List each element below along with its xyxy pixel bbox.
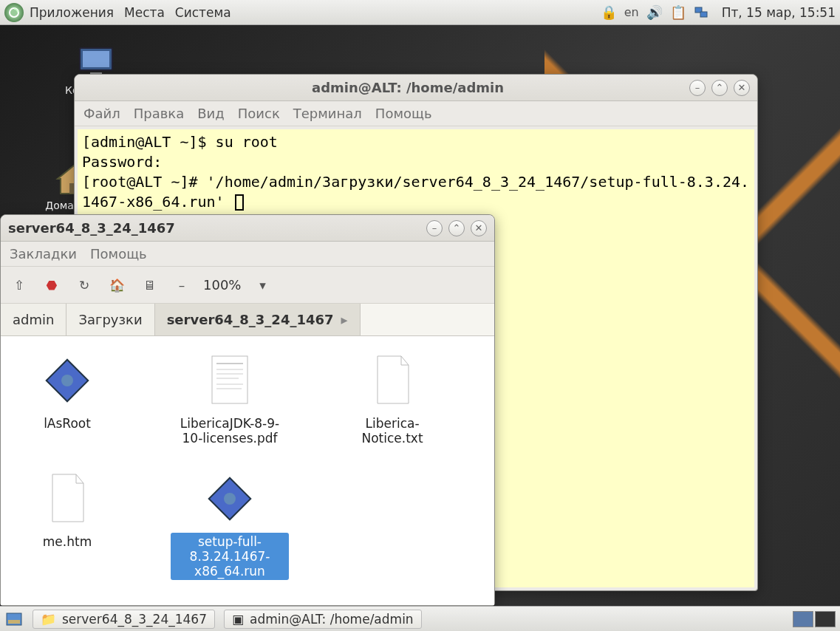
terminal-icon: ▣: [232, 612, 244, 627]
task-label: admin@ALT: /home/admin: [250, 612, 414, 627]
file-name: lAsRoot: [41, 415, 94, 432]
file-manager-body[interactable]: lAsRootLibericaJDK-8-9-10-licenses.pdfLi…: [1, 336, 494, 605]
minimize-button[interactable]: –: [689, 80, 706, 96]
zoom-out-icon[interactable]: –: [171, 274, 193, 296]
terminal-menu-terminal[interactable]: Терминал: [293, 106, 362, 121]
terminal-menubar: Файл Правка Вид Поиск Терминал Помощь: [75, 101, 757, 126]
computer-icon[interactable]: 🖥: [138, 274, 160, 296]
panel-menu-places[interactable]: Места: [124, 5, 165, 20]
file-manager-menubar: Закладки Помощь: [1, 242, 494, 267]
terminal-cursor-icon: [235, 194, 244, 211]
terminal-content: [admin@ALT ~]$ su root Password: [root@A…: [82, 133, 749, 211]
top-panel: Приложения Места Система 🔒 en 🔊 📋 Пт, 15…: [0, 0, 840, 25]
file-icon: [204, 351, 256, 410]
file-manager-title: server64_8_3_24_1467: [8, 220, 426, 236]
bottom-panel: 📁 server64_8_3_24_1467 ▣ admin@ALT: /hom…: [0, 606, 840, 631]
zoom-dropdown-icon[interactable]: ▾: [251, 274, 273, 296]
path-bar: admin Загрузки server64_8_3_24_1467: [1, 304, 494, 336]
system-tray: 🔒 en 🔊 📋 Пт, 15 мар, 15:51: [601, 4, 836, 21]
up-icon[interactable]: ⇧: [8, 274, 30, 296]
svg-rect-4: [83, 51, 109, 67]
file-item[interactable]: lAsRoot: [8, 351, 126, 447]
file-name: setup-full-8.3.24.1467-x86_64.run: [171, 533, 289, 580]
file-name: Liberica-Notice.txt: [333, 415, 451, 447]
show-desktop-icon[interactable]: [4, 610, 24, 629]
terminal-titlebar[interactable]: admin@ALT: /home/admin – ⌃ ✕: [75, 75, 757, 101]
file-name: LibericaJDK-8-9-10-licenses.pdf: [171, 415, 289, 447]
terminal-menu-search[interactable]: Поиск: [238, 106, 280, 121]
close-button[interactable]: ✕: [734, 80, 750, 96]
reload-icon[interactable]: ↻: [73, 274, 95, 296]
network-icon[interactable]: [694, 4, 710, 21]
home-icon[interactable]: 🏠: [106, 274, 128, 296]
file-icon: [366, 351, 418, 410]
maximize-button[interactable]: ⌃: [711, 80, 728, 96]
breadcrumb-current[interactable]: server64_8_3_24_1467: [155, 304, 361, 335]
clock[interactable]: Пт, 15 мар, 15:51: [722, 5, 836, 20]
zoom-level: 100%: [203, 277, 241, 293]
terminal-title: admin@ALT: /home/admin: [126, 80, 689, 95]
stop-icon[interactable]: ⬣: [41, 274, 63, 296]
terminal-menu-view[interactable]: Вид: [197, 106, 225, 121]
svg-rect-20: [8, 620, 20, 624]
file-manager-menu-help[interactable]: Помощь: [90, 246, 147, 262]
breadcrumb-downloads[interactable]: Загрузки: [66, 304, 154, 335]
task-label: server64_8_3_24_1467: [62, 612, 207, 627]
file-icon: [41, 469, 93, 528]
volume-icon[interactable]: 🔊: [646, 4, 663, 21]
file-manager-toolbar: ⇧ ⬣ ↻ 🏠 🖥 – 100% ▾: [1, 267, 494, 304]
workspace-1[interactable]: [793, 611, 813, 627]
file-item[interactable]: me.htm: [8, 469, 126, 580]
panel-menu-system[interactable]: Система: [175, 5, 231, 20]
minimize-button[interactable]: –: [426, 220, 443, 236]
svg-point-18: [224, 493, 236, 505]
file-icon: [204, 469, 256, 528]
svg-point-9: [61, 375, 73, 386]
terminal-menu-edit[interactable]: Правка: [134, 106, 185, 121]
workspace-switcher[interactable]: [793, 611, 836, 627]
lock-icon[interactable]: 🔒: [601, 4, 617, 21]
file-name: me.htm: [40, 533, 95, 550]
folder-icon: 📁: [41, 612, 56, 627]
svg-rect-2: [700, 12, 707, 17]
file-icon: [41, 351, 93, 410]
taskbar-task-terminal[interactable]: ▣ admin@ALT: /home/admin: [224, 610, 422, 629]
terminal-menu-file[interactable]: Файл: [83, 106, 120, 121]
maximize-button[interactable]: ⌃: [448, 220, 465, 236]
taskbar-task-filemanager[interactable]: 📁 server64_8_3_24_1467: [33, 610, 215, 629]
panel-menu-applications[interactable]: Приложения: [30, 5, 114, 20]
file-item[interactable]: LibericaJDK-8-9-10-licenses.pdf: [171, 351, 289, 447]
clipboard-icon[interactable]: 📋: [670, 4, 686, 21]
workspace-2[interactable]: [815, 611, 836, 627]
breadcrumb-admin[interactable]: admin: [1, 304, 66, 335]
close-button[interactable]: ✕: [471, 220, 487, 236]
file-manager-window: server64_8_3_24_1467 – ⌃ ✕ Закладки Помо…: [0, 214, 495, 606]
terminal-menu-help[interactable]: Помощь: [375, 106, 432, 121]
file-manager-titlebar[interactable]: server64_8_3_24_1467 – ⌃ ✕: [1, 215, 494, 242]
file-item[interactable]: Liberica-Notice.txt: [333, 351, 451, 447]
start-menu-icon[interactable]: [4, 3, 24, 22]
keyboard-layout-indicator[interactable]: en: [624, 5, 639, 19]
file-manager-menu-bookmarks[interactable]: Закладки: [10, 246, 77, 262]
file-item[interactable]: setup-full-8.3.24.1467-x86_64.run: [171, 469, 289, 580]
